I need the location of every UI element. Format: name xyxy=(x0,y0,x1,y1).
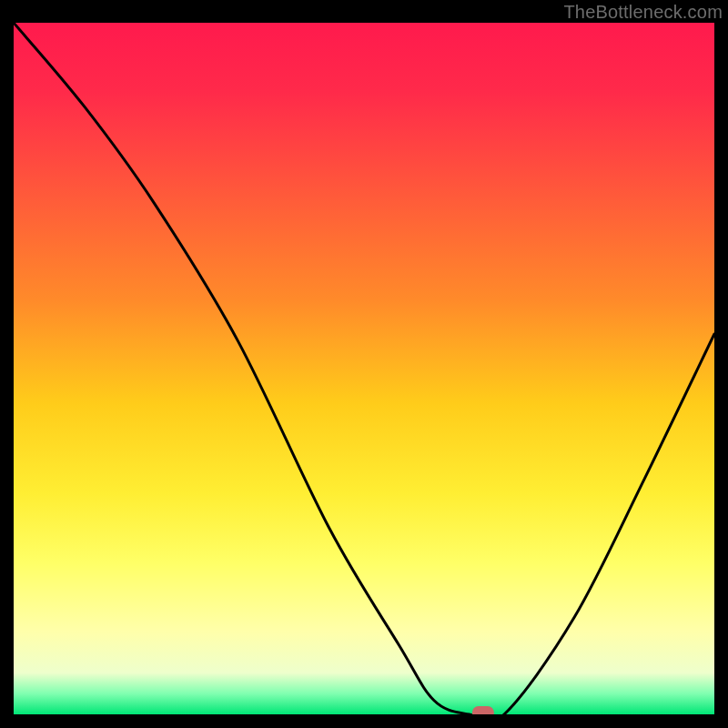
chart-frame: TheBottleneck.com xyxy=(0,0,728,728)
optimum-marker xyxy=(472,706,494,714)
watermark-label: TheBottleneck.com xyxy=(563,2,723,23)
bottleneck-curve xyxy=(14,23,714,714)
plot-area xyxy=(14,23,714,714)
